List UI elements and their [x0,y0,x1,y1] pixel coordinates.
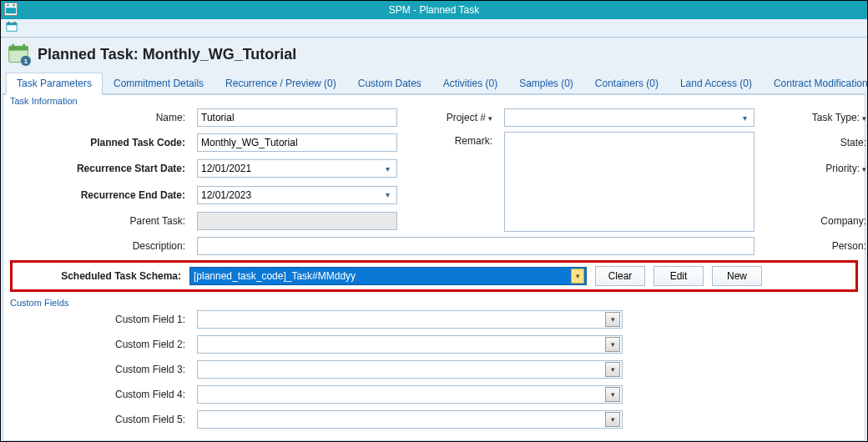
name-field[interactable] [197,108,397,127]
task-information-legend: Task Information [8,96,79,106]
tab-label: Samples (0) [519,78,573,89]
page-title-prefix: Planned Task: [38,46,143,63]
label-state: State: [766,137,866,148]
label-custom-field-3: Custom Field 3: [10,364,185,375]
client-toolbar [1,19,867,38]
custom-field-1-combo[interactable]: ▾ [197,310,623,329]
label-custom-field-4: Custom Field 4: [10,389,185,400]
label-person: Person: [766,240,866,252]
chevron-down-icon: ▾ [605,362,620,377]
new-button[interactable]: New [712,266,762,286]
svg-text:1: 1 [24,58,28,65]
tab-land-access[interactable]: Land Access (0) [669,73,763,93]
date-value: 12/01/2021 [201,163,251,174]
label-parent-task: Parent Task: [10,215,185,227]
chevron-down-icon: ▾ [605,387,620,402]
tab-body: Task Information Name: Project #▾ ▾ Task… [3,95,865,441]
chevron-down-icon: ▾ [862,114,866,123]
tab-label: Activities (0) [443,78,497,89]
svg-rect-7 [14,21,16,23]
chevron-down-icon: ▾ [381,190,393,199]
content-area: 1 Planned Task: Monthly_WG_Tutorial Task… [1,38,867,441]
tab-recurrence-preview[interactable]: Recurrence / Preview (0) [214,73,347,93]
label-recurrence-end: Recurrence End Date: [10,189,185,201]
tab-task-parameters[interactable]: Task Parameters [6,73,103,95]
svg-rect-9 [9,46,28,50]
label-scheduled-task-schema: Scheduled Task Schema: [18,270,181,282]
task-information-section: Task Information Name: Project #▾ ▾ Task… [5,97,863,299]
svg-rect-11 [23,44,25,48]
tab-label: Custom Dates [358,78,421,89]
tab-commitment-details[interactable]: Commitment Details [103,73,214,93]
custom-field-3-combo[interactable]: ▾ [197,360,623,379]
chevron-down-icon: ▾ [605,412,620,427]
chevron-down-icon: ▾ [605,312,620,327]
tab-activities[interactable]: Activities (0) [432,73,508,93]
custom-fields-section: Custom Fields Custom Field 1: ▾ Custom F… [5,299,863,435]
tab-custom-dates[interactable]: Custom Dates [347,73,432,93]
chevron-down-icon: ▾ [381,164,393,173]
remark-field[interactable] [504,132,754,232]
svg-rect-2 [8,4,9,7]
label-text: Task Type: [812,112,860,123]
label-recurrence-start: Recurrence Start Date: [10,163,185,174]
label-text: Project # [447,112,486,123]
label-priority: Priority:▾ [766,163,866,174]
svg-rect-3 [13,4,15,7]
custom-fields-legend: Custom Fields [8,298,70,308]
custom-field-5-combo[interactable]: ▾ [197,410,623,429]
page-title: Planned Task: Monthly_WG_Tutorial [38,46,296,63]
page-header: 1 Planned Task: Monthly_WG_Tutorial [3,41,865,73]
task-info-form: Name: Project #▾ ▾ Task Type:▾ Planned T… [10,108,858,255]
chevron-down-icon: ▾ [862,165,866,173]
label-text: Priority: [825,163,860,174]
schema-value: [planned_task_code]_Task#MMddyy [194,270,356,282]
window-title: SPM - Planned Task [389,4,480,16]
tab-label: Task Parameters [17,78,92,89]
tab-label: Contract Modifications [774,78,868,89]
tab-label: Commitment Details [114,78,204,89]
label-description: Description: [10,240,185,252]
tab-label: Land Access (0) [680,78,752,89]
label-custom-field-2: Custom Field 2: [10,339,185,350]
label-name: Name: [10,112,185,123]
parent-task-field[interactable] [197,212,397,230]
scheduled-task-schema-combo[interactable]: [planned_task_code]_Task#MMddyy ▾ [189,267,587,285]
titlebar: SPM - Planned Task [1,1,867,19]
label-planned-task-code: Planned Task Code: [10,137,185,148]
toolbar-calendar-icon[interactable] [6,21,18,36]
schema-highlight-box: Scheduled Task Schema: [planned_task_cod… [10,260,858,292]
tab-bar: Task Parameters Commitment Details Recur… [3,73,865,95]
titlebar-calendar-icon [4,3,18,16]
recurrence-start-field[interactable]: 12/01/2021▾ [197,159,397,178]
label-custom-field-1: Custom Field 1: [10,314,185,325]
page-title-value: Monthly_WG_Tutorial [143,46,297,63]
tab-label: Recurrence / Preview (0) [225,78,336,89]
label-task-type: Task Type:▾ [766,112,866,123]
label-company: Company: [766,215,866,227]
chevron-down-icon: ▾ [488,114,492,123]
tab-contract-mods[interactable]: Contract Modifications [763,73,868,93]
window-root: SPM - Planned Task 1 Planned Task: Month… [0,0,868,442]
description-field[interactable] [197,237,754,255]
tab-label: Containers (0) [595,78,659,89]
project-combo[interactable]: ▾ [504,108,754,127]
custom-field-2-combo[interactable]: ▾ [197,335,623,354]
clear-button[interactable]: Clear [595,266,645,286]
tab-samples[interactable]: Samples (0) [508,73,584,93]
chevron-down-icon: ▾ [571,269,584,284]
custom-field-4-combo[interactable]: ▾ [197,385,623,404]
label-custom-field-5: Custom Field 5: [10,414,185,425]
label-project: Project #▾ [409,112,492,123]
svg-rect-6 [8,21,10,23]
tab-containers[interactable]: Containers (0) [584,73,669,93]
svg-rect-10 [12,44,14,48]
edit-button[interactable]: Edit [654,266,704,286]
label-remark: Remark: [409,132,492,147]
planned-task-code-field[interactable] [197,133,397,152]
recurrence-end-field[interactable]: 12/01/2023▾ [197,186,397,204]
chevron-down-icon: ▾ [739,113,750,123]
date-value: 12/01/2023 [201,189,251,201]
planned-task-icon: 1 [8,43,31,66]
chevron-down-icon: ▾ [605,337,620,352]
